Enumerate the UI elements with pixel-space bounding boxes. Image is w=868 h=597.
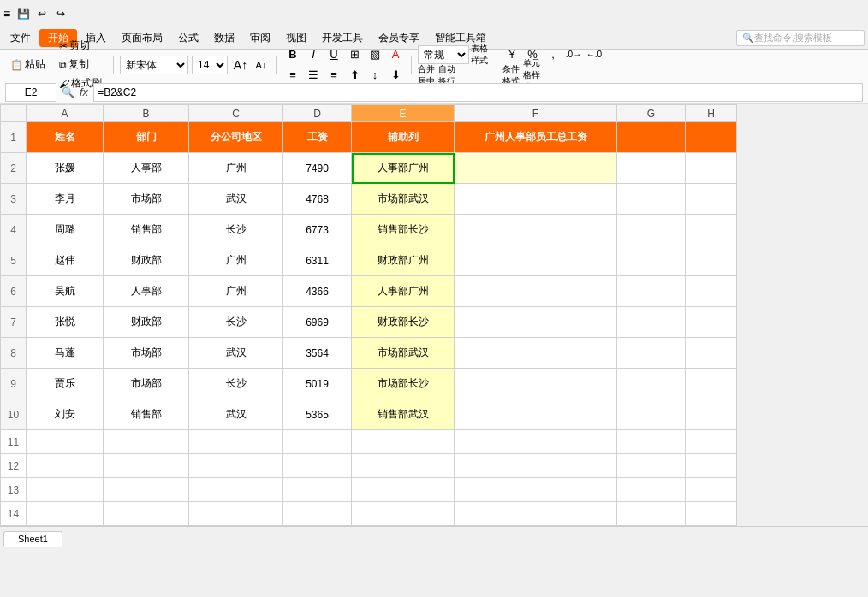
cell-a7[interactable]: 张悦 [27,307,104,338]
cell-ref-input[interactable] [5,83,56,102]
cell-h8[interactable] [686,338,737,369]
cell-empty-11-6[interactable] [617,430,686,454]
cell-empty-14-4[interactable] [352,502,455,526]
cell-g9[interactable] [617,369,686,399]
menu-page-layout[interactable]: 页面布局 [115,29,169,47]
cell-e6[interactable]: 人事部广州 [352,276,455,307]
cell-empty-14-6[interactable] [617,502,686,526]
cell-c6[interactable]: 广州 [189,276,283,307]
cell-e10[interactable]: 销售部武汉 [352,399,455,430]
cell-style-btn[interactable]: 单元格样式 [523,66,542,85]
cell-empty-11-0[interactable] [27,430,104,454]
cell-f9[interactable] [455,369,617,399]
cell-a4[interactable]: 周璐 [27,215,104,245]
cell-h3[interactable] [686,184,737,215]
cell-d3[interactable]: 4768 [283,184,352,215]
cell-g2[interactable] [617,153,686,184]
cell-h2[interactable] [686,153,737,184]
cell-a6[interactable]: 吴航 [27,276,104,307]
cell-g7[interactable] [617,307,686,338]
align-right-btn[interactable]: ≡ [324,66,343,85]
comma-btn[interactable]: , [544,45,562,64]
cell-h10[interactable] [686,399,737,430]
cell-c7[interactable]: 长沙 [189,307,283,338]
cell-b4[interactable]: 销售部 [104,215,189,245]
cell-g5[interactable] [617,245,686,276]
cell-d9[interactable]: 5019 [283,369,352,399]
cell-empty-14-1[interactable] [104,502,189,526]
align-center-btn[interactable]: ☰ [304,66,323,85]
cell-f5[interactable] [455,245,617,276]
cell-g6[interactable] [617,276,686,307]
merge-center-btn[interactable]: 合并居中 [418,66,437,85]
col-F[interactable]: F [455,105,617,122]
save-icon[interactable]: 💾 [15,6,31,21]
cell-empty-12-0[interactable] [27,454,104,478]
cell-f10[interactable] [455,399,617,430]
cell-c5[interactable]: 广州 [189,245,283,276]
col-G[interactable]: G [617,105,686,122]
copy-btn[interactable]: ⧉ 复制 [54,56,107,74]
cell-e8[interactable]: 市场部武汉 [352,338,455,369]
align-top-btn[interactable]: ⬆ [345,66,364,85]
cell-empty-11-5[interactable] [455,430,617,454]
font-color-btn[interactable]: A [386,45,405,64]
cell-c8[interactable]: 武汉 [189,338,283,369]
menu-icon[interactable]: ≡ [3,7,10,21]
align-left-btn[interactable]: ≡ [283,66,302,85]
conditional-fmt-btn[interactable]: 条件格式 [502,66,521,85]
cell-empty-14-5[interactable] [455,502,617,526]
cell-f4[interactable] [455,215,617,245]
cell-d10[interactable]: 5365 [283,399,352,430]
col-E[interactable]: E [352,105,455,122]
fill-color-btn[interactable]: ▧ [366,45,384,64]
cell-a3[interactable]: 李月 [27,184,104,215]
cell-empty-11-3[interactable] [283,430,352,454]
menu-formula[interactable]: 公式 [171,29,205,47]
number-format-select[interactable]: 常规 [418,45,469,64]
cell-a9[interactable]: 贾乐 [27,369,104,399]
cell-c3[interactable]: 武汉 [189,184,283,215]
cell-e9[interactable]: 市场部长沙 [352,369,455,399]
cell-a5[interactable]: 赵伟 [27,245,104,276]
table-format-btn[interactable]: 表格样式 [471,45,490,64]
col-C[interactable]: C [189,105,283,122]
font-select[interactable]: 新宋体 [120,56,188,74]
increase-font-btn[interactable]: A↑ [231,56,250,74]
header-total[interactable]: 广州人事部员工总工资 [455,122,617,153]
cell-c10[interactable]: 武汉 [189,399,283,430]
cell-empty-13-3[interactable] [283,478,352,502]
search-formula-icon[interactable]: 🔍 [62,86,74,98]
cell-d2[interactable]: 7490 [283,153,352,184]
cell-empty-13-6[interactable] [617,478,686,502]
cell-b9[interactable]: 市场部 [104,369,189,399]
cell-c2[interactable]: 广州 [189,153,283,184]
cell-f8[interactable] [455,338,617,369]
cell-e2[interactable]: 人事部广州 [352,153,455,184]
menu-file[interactable]: 文件 [3,29,38,47]
cell-empty-11-7[interactable] [686,430,737,454]
col-H[interactable]: H [686,105,737,122]
header-name[interactable]: 姓名 [27,122,104,153]
cell-b8[interactable]: 市场部 [104,338,189,369]
col-A[interactable]: A [27,105,104,122]
cell-h9[interactable] [686,369,737,399]
align-bottom-btn[interactable]: ⬇ [386,66,405,85]
underline-btn[interactable]: U [324,45,343,64]
header-salary[interactable]: 工资 [283,122,352,153]
cell-b7[interactable]: 财政部 [104,307,189,338]
cell-g8[interactable] [617,338,686,369]
cell-empty-11-4[interactable] [352,430,455,454]
col-B[interactable]: B [104,105,189,122]
cell-empty-14-3[interactable] [283,502,352,526]
cell-d5[interactable]: 6311 [283,245,352,276]
cell-b2[interactable]: 人事部 [104,153,189,184]
decrease-font-btn[interactable]: A↓ [252,56,271,74]
cell-g10[interactable] [617,399,686,430]
col-D[interactable]: D [283,105,352,122]
cell-empty-12-5[interactable] [455,454,617,478]
border-btn[interactable]: ⊞ [345,45,364,64]
header-region[interactable]: 分公司地区 [189,122,283,153]
cut-btn[interactable]: ✂ 剪切 [54,37,107,55]
cell-e7[interactable]: 财政部长沙 [352,307,455,338]
